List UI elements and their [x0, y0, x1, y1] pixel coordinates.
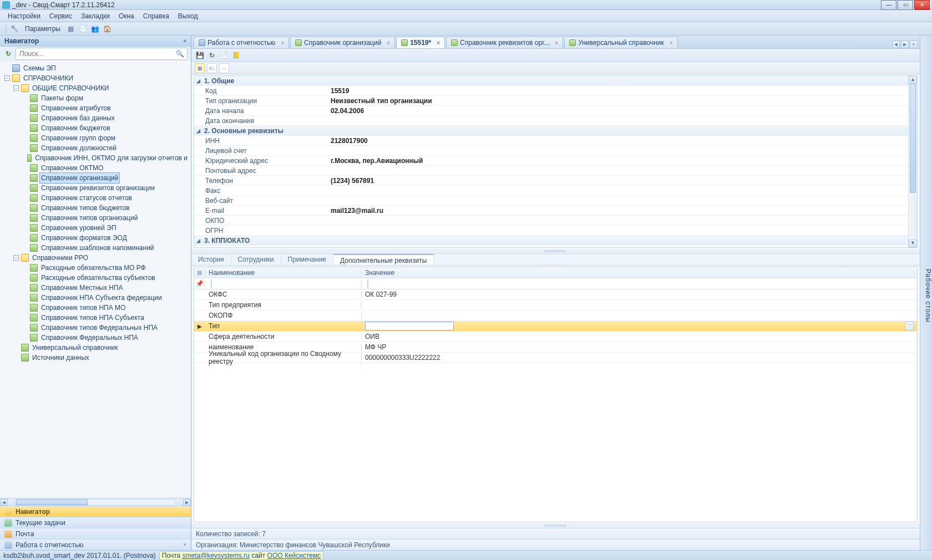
wrench-icon[interactable]: [9, 24, 19, 34]
right-desktops-strip[interactable]: Рабочие столы: [920, 35, 932, 550]
filter-value[interactable]: [367, 279, 368, 288]
bottom-reports[interactable]: Работа с отчетностью×: [0, 539, 191, 550]
tree-item[interactable]: Справочник ИНН, ОКТМО для загрузки отчет…: [34, 153, 189, 163]
close-strip-icon[interactable]: ×: [183, 542, 186, 548]
prop-value[interactable]: 213001001: [327, 247, 917, 248]
tab-close-icon[interactable]: ×: [555, 40, 558, 46]
table-row[interactable]: ОКФСОК 027-99: [194, 289, 917, 300]
tree-item[interactable]: Расходные обязательства МО РФ: [40, 263, 147, 273]
filter-name[interactable]: [211, 279, 212, 288]
tree-item[interactable]: Справочник шаблонов напоминаний: [40, 243, 155, 253]
scroll-thumb[interactable]: [16, 500, 88, 505]
tab-close-icon[interactable]: ×: [910, 40, 918, 48]
tree-item[interactable]: Справочник баз данных: [40, 113, 116, 123]
prop-value[interactable]: (1234) 567891: [327, 177, 917, 185]
tree-item[interactable]: Справочник НПА Субъекта федерации: [40, 293, 163, 303]
value-input[interactable]: [365, 322, 454, 330]
tab-prev-icon[interactable]: ◄: [892, 40, 900, 48]
minimize-button[interactable]: —: [881, 0, 896, 10]
tree-item[interactable]: Справочник статусов отчетов: [40, 193, 133, 203]
tree-schemes[interactable]: Схемы ЭП: [22, 63, 57, 73]
bottom-tasks[interactable]: Текущие задачи: [0, 517, 191, 528]
menu-help[interactable]: Справка: [139, 11, 174, 21]
property-grid[interactable]: ◢1. Общие Код15519 Тип организацииНеизве…: [194, 75, 918, 248]
book-icon[interactable]: [231, 50, 241, 60]
cell-value[interactable]: ОИВ: [362, 333, 917, 340]
tree-item[interactable]: Справочник типов организаций: [40, 213, 139, 223]
maximize-button[interactable]: ▭: [898, 0, 913, 10]
doc-tab[interactable]: 15519*×: [396, 37, 445, 48]
doc-tab[interactable]: Справочник организаций×: [290, 37, 395, 48]
tree-item[interactable]: Пакеты форм: [40, 93, 84, 103]
row-selector-header[interactable]: ▦: [194, 269, 205, 276]
prop-value[interactable]: 02.04.2006: [327, 107, 917, 115]
tree-item[interactable]: Справочник ОКТМО: [40, 163, 104, 173]
scroll-down-icon[interactable]: ▼: [909, 240, 917, 247]
tree-hscroll[interactable]: ◄ ►: [0, 498, 191, 506]
tree-sprav[interactable]: СПРАВОЧНИКИ: [22, 73, 74, 83]
close-button[interactable]: ✕: [914, 0, 930, 10]
tab-next-icon[interactable]: ►: [901, 40, 909, 48]
menu-windows[interactable]: Окна: [114, 11, 139, 21]
tree-sources[interactable]: Источники данных: [31, 353, 90, 363]
menu-exit[interactable]: Выход: [174, 11, 202, 21]
tree-item[interactable]: Справочник Местных НПА: [40, 283, 124, 293]
tree-expander[interactable]: −: [13, 255, 19, 261]
prop-page-icon[interactable]: [219, 63, 229, 73]
refresh-icon[interactable]: [207, 50, 217, 60]
site-link[interactable]: ООО Кейсистемс: [267, 552, 321, 559]
tree-item[interactable]: Справочник типов НПА МО: [40, 303, 126, 313]
save-icon[interactable]: [195, 50, 205, 60]
categorized-icon[interactable]: ▦: [195, 63, 205, 73]
tab-note[interactable]: Примечание: [281, 254, 333, 265]
filter-pin-icon[interactable]: 📌: [194, 280, 205, 287]
tab-close-icon[interactable]: ×: [387, 40, 390, 46]
tree-item[interactable]: Справочник организаций: [40, 173, 119, 183]
grid-icon[interactable]: [66, 24, 76, 34]
scroll-up-icon[interactable]: ▲: [909, 76, 917, 84]
journal-icon[interactable]: [219, 50, 229, 60]
cell-value[interactable]: ОК 027-99: [362, 291, 917, 298]
splitter[interactable]: [191, 523, 920, 528]
tree-item[interactable]: Расходные обязательства субъектов: [40, 273, 156, 283]
prop-vscroll[interactable]: ▲ ▼: [908, 76, 917, 247]
tree-item[interactable]: Справочник уровней ЭП: [40, 223, 118, 233]
tab-close-icon[interactable]: ×: [670, 40, 673, 46]
tree-item[interactable]: Справочник форматов ЭОД: [40, 233, 128, 243]
prop-value[interactable]: mail123@mail.ru: [327, 207, 917, 215]
copy-icon[interactable]: [78, 24, 88, 34]
detail-grid[interactable]: ▦ Наименование Значение 📌 ОКФСОК 027-99Т…: [194, 267, 918, 522]
expand-icon[interactable]: ◢: [194, 238, 202, 243]
mail-link[interactable]: smeta@keysystems.ru: [183, 552, 250, 559]
tree[interactable]: Схемы ЭП −СПРАВОЧНИКИ −ОБЩИЕ СПРАВОЧНИКИ…: [0, 61, 191, 498]
scroll-right-icon[interactable]: ►: [183, 499, 191, 506]
prop-value[interactable]: г.Москва, пер.Авиационный: [327, 157, 917, 165]
prop-value[interactable]: Неизвестный тип организации: [327, 97, 917, 105]
tab-extra[interactable]: Дополнительные реквизиты: [333, 254, 434, 265]
alphabetical-icon[interactable]: [207, 63, 217, 73]
tree-universal[interactable]: Универсальный справочник: [31, 343, 119, 353]
tree-item[interactable]: Справочник бюджетов: [40, 123, 112, 133]
tree-item[interactable]: Справочник типов Федеральных НПА: [40, 323, 159, 333]
bottom-mail[interactable]: Почта: [0, 528, 191, 539]
scroll-left-icon[interactable]: ◄: [0, 499, 8, 506]
scroll-thumb[interactable]: [910, 84, 916, 193]
tab-employees[interactable]: Сотрудники: [231, 254, 281, 265]
expand-icon[interactable]: ◢: [194, 128, 202, 134]
doc-tab[interactable]: Универсальный справочник×: [564, 37, 677, 48]
tree-item[interactable]: Справочник реквизитов организации: [40, 183, 156, 193]
doc-tab[interactable]: Справочник реквизитов орг...×: [446, 37, 563, 48]
prop-value[interactable]: 15519: [327, 87, 917, 95]
tab-close-icon[interactable]: ×: [437, 40, 440, 46]
tree-expander[interactable]: −: [13, 85, 19, 91]
tree-item[interactable]: Справочник типов НПА Субъекта: [40, 313, 145, 323]
table-row[interactable]: ▶Тип⋯: [194, 321, 917, 332]
search-input[interactable]: [19, 50, 176, 58]
tree-item[interactable]: Справочник должностей: [40, 143, 118, 153]
col-value[interactable]: Значение: [362, 269, 917, 277]
table-row[interactable]: Тип предприятия: [194, 300, 917, 310]
refresh-tree-icon[interactable]: [3, 49, 13, 59]
tab-close-icon[interactable]: ×: [281, 40, 284, 46]
table-row[interactable]: Сфера деятельностиОИВ: [194, 332, 917, 342]
cell-value[interactable]: 000000000333U2222222: [362, 354, 917, 362]
